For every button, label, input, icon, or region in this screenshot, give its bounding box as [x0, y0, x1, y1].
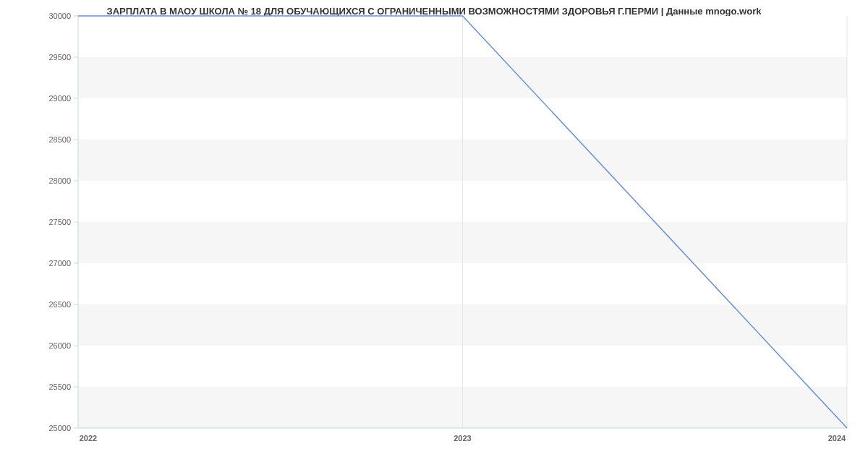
- chart-svg: 2500025500260002650027000275002800028500…: [0, 0, 868, 470]
- y-tick-label: 26000: [48, 341, 71, 350]
- x-tick-label: 2022: [80, 434, 97, 443]
- y-tick-label: 26500: [48, 300, 71, 309]
- y-tick-label: 25000: [48, 424, 71, 432]
- y-tick-label: 29500: [48, 53, 71, 61]
- y-tick-label: 29000: [48, 94, 71, 103]
- x-tick-label: 2023: [454, 434, 471, 443]
- y-tick-label: 27000: [48, 259, 71, 268]
- y-tick-label: 27500: [48, 218, 71, 226]
- y-tick-label: 28500: [48, 135, 71, 144]
- salary-line-chart: ЗАРПЛАТА В МАОУ ШКОЛА № 18 ДЛЯ ОБУЧАЮЩИХ…: [0, 0, 868, 470]
- y-tick-label: 30000: [48, 12, 71, 20]
- x-tick-label: 2024: [828, 434, 846, 443]
- y-tick-label: 28000: [48, 176, 71, 185]
- y-tick-label: 25500: [48, 383, 71, 391]
